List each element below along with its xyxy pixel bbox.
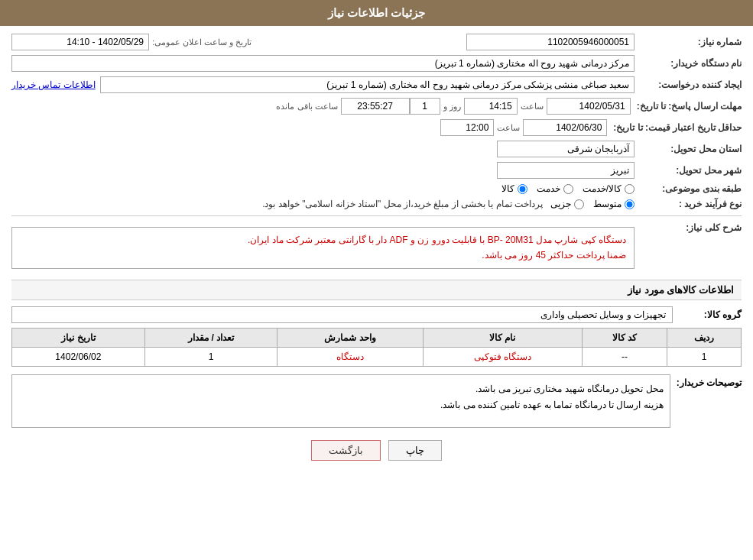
announcement-value: 1402/05/29 - 14:10: [11, 34, 149, 50]
buyer-name-row: نام دستگاه خریدار: مرکز درمانی شهید روح …: [11, 55, 742, 72]
process-radio-jozi[interactable]: [574, 199, 584, 209]
send-deadline-row: مهلت ارسال پاسخ: تا تاریخ: 1402/05/31 سا…: [11, 98, 742, 115]
buyer-notes-box: محل تحویل درمانگاه شهید مختاری تبریز می …: [11, 374, 670, 428]
send-deadline-label: مهلت ارسال پاسخ: تا تاریخ:: [631, 101, 742, 112]
goods-group-value: تجهیزات و وسایل تحصیلی واداری: [11, 306, 673, 323]
contact-link[interactable]: اطلاعات تماس خریدار: [11, 79, 96, 90]
goods-section-title: اطلاعات کالاهای مورد نیاز: [11, 280, 742, 300]
buttons-row: چاپ بازگشت: [11, 440, 742, 461]
buyer-notes-row: توصیحات خریدار: محل تحویل درمانگاه شهید …: [11, 374, 742, 431]
print-button[interactable]: چاپ: [388, 440, 442, 461]
description-text: دستگاه کپی شارپ مدل BP- 20M31 با قابلیت …: [20, 232, 626, 248]
price-validity-date: 1402/06/30: [523, 119, 607, 136]
table-header-row: ردیف کد کالا نام کالا واحد شمارش تعداد /…: [12, 328, 742, 347]
process-row: نوع فرآیند خرید : متوسط جزیی پرداخت تمام…: [11, 199, 742, 209]
category-label-kala-khedmat: کالا/خدمت: [583, 183, 622, 194]
price-validity-time: 12:00: [440, 119, 494, 136]
cell-name-0[interactable]: دستگاه فتوکپی: [423, 347, 582, 366]
buyer-notes-label: توصیحات خریدار:: [670, 374, 742, 388]
requester-row: ایجاد کننده درخواست: سعید صباغی منشی پزش…: [11, 76, 742, 93]
col-date: تاریخ نیاز: [12, 328, 145, 347]
category-label-khedmat: خدمت: [537, 183, 560, 194]
process-option-motavasset[interactable]: متوسط: [593, 199, 635, 209]
page-title: جزئیات اطلاعات نیاز: [328, 6, 425, 19]
announcement-label: تاریخ و ساعت اعلان عمومی:: [149, 37, 255, 47]
page-wrapper: جزئیات اطلاعات نیاز شماره نیاز: 11020059…: [0, 0, 753, 560]
category-label-kala: کالا: [501, 183, 514, 194]
need-number-label: شماره نیاز:: [635, 37, 742, 47]
send-deadline-day: 1: [410, 98, 440, 115]
province-value: آذربایجان شرقی: [497, 141, 635, 157]
buyer-notes-line2: هزینه ارسال تا درمانگاه تماما به عهده تا…: [18, 397, 664, 414]
col-code: کد کالا: [582, 328, 667, 347]
city-label: شهر محل تحویل:: [635, 165, 742, 176]
category-option-kala[interactable]: کالا: [501, 183, 527, 194]
cell-quantity-0: 1: [144, 347, 278, 366]
cell-code-0: --: [582, 347, 667, 366]
category-radio-kala[interactable]: [518, 184, 527, 194]
province-row: استان محل تحویل: آذربایجان شرقی: [11, 141, 742, 157]
col-quantity: تعداد / مقدار: [144, 328, 278, 347]
goods-group-label: گروه کالا:: [673, 309, 742, 320]
process-radio-motavasset[interactable]: [625, 199, 635, 209]
items-table: ردیف کد کالا نام کالا واحد شمارش تعداد /…: [11, 328, 742, 367]
price-validity-label: حداقل تاریخ اعتبار قیمت: تا تاریخ:: [607, 122, 742, 133]
send-deadline-remaining-label: ساعت باقی مانده: [273, 102, 340, 112]
col-name: نام کالا: [423, 328, 582, 347]
buyer-name-label: نام دستگاه خریدار:: [635, 58, 742, 69]
process-options: متوسط جزیی: [550, 199, 635, 209]
requester-value: سعید صباغی منشی پزشکی مرکز درمانی شهید ر…: [100, 76, 635, 93]
category-row: طبقه بندی موضوعی: کالا/خدمت خدمت کالا: [11, 183, 742, 194]
send-deadline-remaining: 23:55:27: [341, 98, 410, 115]
category-label: طبقه بندی موضوعی:: [635, 183, 742, 194]
city-row: شهر محل تحویل: تبریز: [11, 162, 742, 179]
category-options: کالا/خدمت خدمت کالا: [501, 183, 635, 194]
table-row: 1 -- دستگاه فتوکپی دستگاه 1 1402/06/02: [12, 347, 742, 366]
need-number-row: شماره نیاز: 1102005946000051 تاریخ و ساع…: [11, 34, 742, 50]
category-radio-khedmat[interactable]: [563, 184, 573, 194]
col-row: ردیف: [667, 328, 742, 347]
content-area: شماره نیاز: 1102005946000051 تاریخ و ساع…: [0, 26, 753, 476]
back-button[interactable]: بازگشت: [311, 440, 381, 461]
description-row: شرح کلی نیاز: دستگاه کپی شارپ مدل BP- 20…: [11, 222, 742, 274]
category-option-kala-khedmat[interactable]: کالا/خدمت: [583, 183, 635, 194]
province-label: استان محل تحویل:: [635, 144, 742, 154]
description-box: دستگاه کپی شارپ مدل BP- 20M31 با قابلیت …: [11, 227, 635, 269]
cell-date-0: 1402/06/02: [12, 347, 145, 366]
send-deadline-time: 14:15: [464, 98, 518, 115]
process-note: پرداخت تمام یا بخشی از مبلغ خرید،از محل …: [262, 199, 543, 209]
send-deadline-day-label: روز و: [440, 102, 464, 112]
process-option-jozi[interactable]: جزیی: [550, 199, 584, 209]
buyer-name-value: مرکز درمانی شهید روح اله مختاری (شماره 1…: [11, 55, 635, 72]
need-number-value: 1102005946000051: [466, 34, 635, 50]
send-deadline-date: 1402/05/31: [547, 98, 631, 115]
cell-row-0: 1: [667, 347, 742, 366]
divider-1: [11, 215, 742, 216]
category-option-khedmat[interactable]: خدمت: [537, 183, 573, 194]
process-label-jozi: جزیی: [550, 199, 571, 209]
goods-group-row: گروه کالا: تجهیزات و وسایل تحصیلی واداری: [11, 306, 742, 323]
process-label-motavasset: متوسط: [593, 199, 622, 209]
category-radio-kala-khedmat[interactable]: [625, 184, 635, 194]
price-validity-time-label: ساعت: [494, 123, 523, 133]
cell-unit-0[interactable]: دستگاه: [278, 347, 423, 366]
buyer-notes-line1: محل تحویل درمانگاه شهید مختاری تبریز می …: [18, 381, 664, 398]
city-value: تبریز: [497, 162, 635, 179]
process-label: نوع فرآیند خرید :: [635, 199, 742, 209]
price-validity-row: حداقل تاریخ اعتبار قیمت: تا تاریخ: 1402/…: [11, 119, 742, 136]
col-unit: واحد شمارش: [278, 328, 423, 347]
description-label: شرح کلی نیاز:: [635, 222, 742, 233]
send-deadline-time-label: ساعت: [518, 102, 547, 112]
requester-label: ایجاد کننده درخواست:: [635, 79, 742, 90]
page-header: جزئیات اطلاعات نیاز: [0, 0, 753, 26]
description-text2: ضمنا پرداخت حداکثر 45 روز می باشد.: [20, 248, 626, 263]
